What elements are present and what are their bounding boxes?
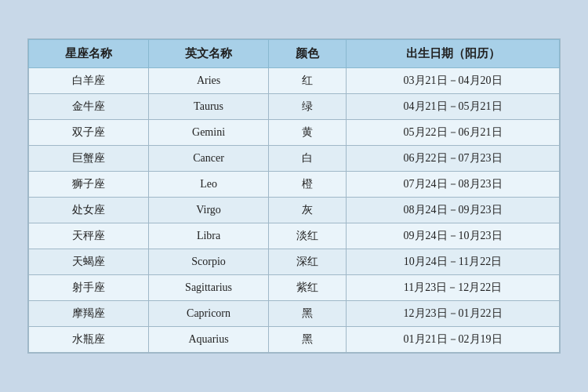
table-row: 处女座Virgo灰08月24日－09月23日 <box>29 198 560 223</box>
cell-en-name: Gemini <box>149 120 269 146</box>
header-en-name: 英文名称 <box>149 40 269 68</box>
table-row: 水瓶座Aquarius黑01月21日－02月19日 <box>29 327 560 353</box>
cell-en-name: Cancer <box>149 146 269 172</box>
cell-zh-name: 天蝎座 <box>29 249 149 275</box>
cell-dates: 03月21日－04月20日 <box>347 68 560 94</box>
table-row: 金牛座Taurus绿04月21日－05月21日 <box>29 94 560 120</box>
zodiac-table: 星座名称 英文名称 颜色 出生日期（阳历） 白羊座Aries红03月21日－04… <box>28 39 560 353</box>
table-row: 射手座Sagittarius紫红11月23日－12月22日 <box>29 275 560 301</box>
cell-en-name: Scorpio <box>149 249 269 275</box>
cell-dates: 07月24日－08月23日 <box>347 172 560 198</box>
cell-zh-name: 白羊座 <box>29 68 149 94</box>
cell-dates: 11月23日－12月22日 <box>347 275 560 301</box>
header-zh-name: 星座名称 <box>29 40 149 68</box>
cell-zh-name: 金牛座 <box>29 94 149 120</box>
cell-dates: 08月24日－09月23日 <box>347 198 560 223</box>
cell-dates: 01月21日－02月19日 <box>347 327 560 353</box>
cell-en-name: Aquarius <box>149 327 269 353</box>
cell-en-name: Aries <box>149 68 269 94</box>
table-row: 巨蟹座Cancer白06月22日－07月23日 <box>29 146 560 172</box>
zodiac-table-container: 星座名称 英文名称 颜色 出生日期（阳历） 白羊座Aries红03月21日－04… <box>27 38 561 354</box>
cell-dates: 04月21日－05月21日 <box>347 94 560 120</box>
cell-color: 绿 <box>269 94 347 120</box>
table-row: 双子座Gemini黄05月22日－06月21日 <box>29 120 560 146</box>
header-dates: 出生日期（阳历） <box>347 40 560 68</box>
cell-en-name: Virgo <box>149 198 269 223</box>
cell-en-name: Libra <box>149 223 269 249</box>
cell-en-name: Taurus <box>149 94 269 120</box>
table-header-row: 星座名称 英文名称 颜色 出生日期（阳历） <box>29 40 560 68</box>
cell-color: 黑 <box>269 327 347 353</box>
cell-dates: 10月24日－11月22日 <box>347 249 560 275</box>
cell-color: 深红 <box>269 249 347 275</box>
cell-zh-name: 射手座 <box>29 275 149 301</box>
cell-zh-name: 巨蟹座 <box>29 146 149 172</box>
cell-zh-name: 水瓶座 <box>29 327 149 353</box>
table-row: 狮子座Leo橙07月24日－08月23日 <box>29 172 560 198</box>
table-row: 天蝎座Scorpio深红10月24日－11月22日 <box>29 249 560 275</box>
cell-dates: 06月22日－07月23日 <box>347 146 560 172</box>
cell-dates: 09月24日－10月23日 <box>347 223 560 249</box>
cell-color: 灰 <box>269 198 347 223</box>
cell-color: 紫红 <box>269 275 347 301</box>
header-color: 颜色 <box>269 40 347 68</box>
cell-color: 黑 <box>269 301 347 327</box>
cell-color: 淡红 <box>269 223 347 249</box>
cell-color: 红 <box>269 68 347 94</box>
table-row: 白羊座Aries红03月21日－04月20日 <box>29 68 560 94</box>
cell-zh-name: 狮子座 <box>29 172 149 198</box>
cell-dates: 05月22日－06月21日 <box>347 120 560 146</box>
cell-en-name: Leo <box>149 172 269 198</box>
cell-zh-name: 双子座 <box>29 120 149 146</box>
table-body: 白羊座Aries红03月21日－04月20日金牛座Taurus绿04月21日－0… <box>29 68 560 353</box>
cell-en-name: Sagittarius <box>149 275 269 301</box>
cell-color: 黄 <box>269 120 347 146</box>
cell-color: 橙 <box>269 172 347 198</box>
table-row: 摩羯座Capricorn黑12月23日－01月22日 <box>29 301 560 327</box>
cell-zh-name: 摩羯座 <box>29 301 149 327</box>
cell-zh-name: 天秤座 <box>29 223 149 249</box>
cell-color: 白 <box>269 146 347 172</box>
cell-en-name: Capricorn <box>149 301 269 327</box>
cell-dates: 12月23日－01月22日 <box>347 301 560 327</box>
table-row: 天秤座Libra淡红09月24日－10月23日 <box>29 223 560 249</box>
cell-zh-name: 处女座 <box>29 198 149 223</box>
